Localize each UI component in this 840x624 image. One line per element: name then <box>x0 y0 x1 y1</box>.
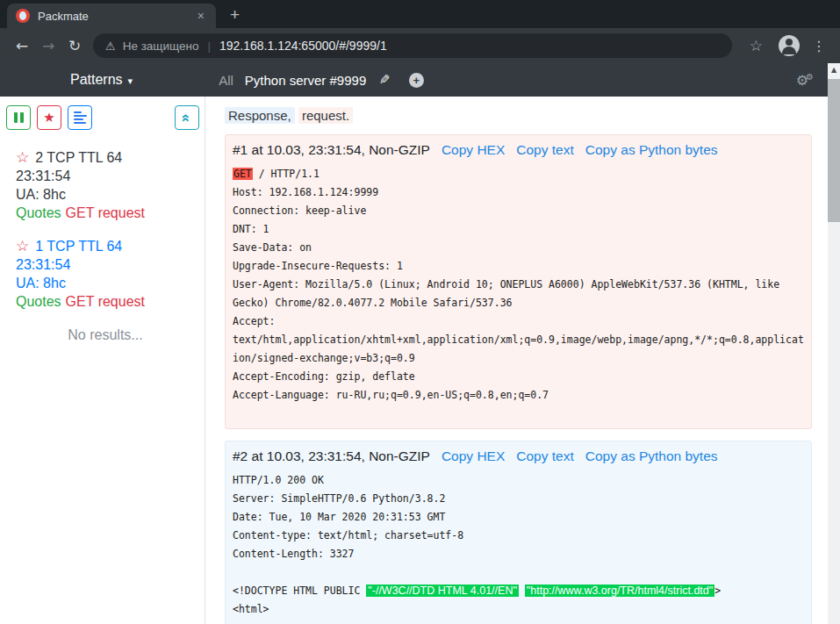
align-left-icon <box>74 110 87 126</box>
packet-meta: #1 at 10.03, 23:31:54, Non-GZIP <box>233 142 430 158</box>
scrollbar[interactable]: ▲ <box>828 63 840 624</box>
scrollbar-thumb[interactable] <box>828 79 840 222</box>
edit-pencil-icon[interactable]: ✎ <box>379 72 391 88</box>
legend-word-response: Response, <box>225 107 295 124</box>
pattern-tab-all[interactable]: All <box>219 73 233 88</box>
packet-list: #1 at 10.03, 23:31:54, Non-GZIPCopy HEXC… <box>225 134 812 624</box>
reload-icon[interactable]: ↻ <box>61 37 88 54</box>
stream-ua: UA: 8hc <box>16 185 205 204</box>
tab-title: Packmate <box>38 10 195 23</box>
stream-title: 1 TCP TTL 64 <box>35 239 122 254</box>
stream-ua: UA: 8hc <box>16 274 205 292</box>
stream-tag: GET request <box>66 205 145 220</box>
address-bar[interactable]: ⚠ Не защищено | 192.168.1.124:65000/#/99… <box>93 33 732 58</box>
browser-tabstrip: Packmate × + <box>0 0 840 28</box>
copy-action-link[interactable]: Copy as Python bytes <box>585 448 718 464</box>
packet-header: #2 at 10.03, 23:31:54, Non-GZIPCopy HEXC… <box>233 448 804 464</box>
favorite-star-icon[interactable]: ☆ <box>16 148 29 166</box>
patterns-dropdown[interactable]: Patterns▾ <box>70 72 133 88</box>
warning-triangle-icon: ⚠ <box>105 39 116 53</box>
stream-tag: Quotes <box>16 205 61 220</box>
pause-icon <box>14 112 24 123</box>
collapse-sidebar-button[interactable]: « <box>175 105 199 130</box>
packet-view: Response, request. #1 at 10.03, 23:31:54… <box>205 97 828 624</box>
stream-tag: GET request <box>66 294 145 309</box>
copy-action-link[interactable]: Copy HEX <box>442 142 505 158</box>
back-icon[interactable]: ← <box>9 37 35 54</box>
pattern-match: "-//W3C//DTD HTML 4.01//EN" <box>366 585 519 597</box>
pause-button[interactable] <box>6 105 31 130</box>
pattern-match: "http://www.w3.org/TR/html4/strict.dtd" <box>525 585 714 597</box>
packet-meta: #2 at 10.03, 23:31:54, Non-GZIP <box>233 448 430 464</box>
sidebar-toolbar: ★ « <box>6 105 205 130</box>
favorite-star-icon[interactable]: ☆ <box>16 237 29 255</box>
stream-item[interactable]: ☆2 TCP TTL 6423:31:54UA: 8hcQuotesGET re… <box>16 148 205 222</box>
patterns-filter-button[interactable] <box>68 105 92 130</box>
copy-action-link[interactable]: Copy as Python bytes <box>585 142 718 158</box>
chevron-down-icon: ▾ <box>128 75 133 87</box>
legend-word-request: request. <box>298 107 353 124</box>
browser-toolbar: ← → ↻ ⚠ Не защищено | 192.168.1.124:6500… <box>0 28 840 63</box>
stream-time: 23:31:54 <box>16 167 205 185</box>
packet-body: GET / HTTP/1.1 Host: 192.168.1.124:9999 … <box>233 165 804 405</box>
patterns-label: Patterns <box>70 72 123 87</box>
pattern-tab-active[interactable]: Python server #9999 <box>245 73 366 88</box>
browser-tab[interactable]: Packmate × <box>7 4 216 28</box>
settings-gears-icon[interactable]: ⚙⚙ <box>796 72 814 89</box>
copy-action-link[interactable]: Copy text <box>516 142 573 158</box>
stream-title: 2 TCP TTL 64 <box>35 150 122 165</box>
direction-legend: Response, request. <box>225 108 812 123</box>
stream-list: ☆2 TCP TTL 6423:31:54UA: 8hcQuotesGET re… <box>6 148 205 311</box>
url-text: 192.168.1.124:65000/#/9999/1 <box>219 39 387 53</box>
double-chevron-up-icon: « <box>180 113 195 121</box>
streams-sidebar: ★ « ☆2 TCP TTL 6423:31:54UA: 8hcQuotesGE… <box>0 97 205 624</box>
security-label: Не защищено <box>123 39 199 53</box>
new-tab-button[interactable]: + <box>230 5 240 25</box>
no-results-label: No results... <box>6 327 205 343</box>
packet-body: HTTP/1.0 200 OK Server: SimpleHTTP/0.6 P… <box>233 471 804 619</box>
favorites-button[interactable]: ★ <box>37 105 61 130</box>
packet-header: #1 at 10.03, 23:31:54, Non-GZIPCopy HEXC… <box>233 142 804 158</box>
pattern-match: GET <box>233 168 253 180</box>
menu-dots-icon[interactable]: ⋮ <box>812 38 826 54</box>
star-icon: ★ <box>43 110 54 126</box>
tab-close-icon[interactable]: × <box>195 9 207 23</box>
profile-avatar-icon[interactable] <box>779 35 800 56</box>
url-separator: | <box>207 39 211 53</box>
copy-action-link[interactable]: Copy HEX <box>442 448 505 464</box>
forward-icon[interactable]: → <box>35 37 61 54</box>
bookmark-star-icon[interactable]: ☆ <box>750 37 763 54</box>
packet-card: #2 at 10.03, 23:31:54, Non-GZIPCopy HEXC… <box>225 441 812 624</box>
stream-time: 23:31:54 <box>16 255 205 274</box>
packmate-favicon-icon <box>16 9 30 23</box>
add-pattern-button[interactable]: + <box>409 73 424 88</box>
packet-card: #1 at 10.03, 23:31:54, Non-GZIPCopy HEXC… <box>225 134 812 429</box>
copy-action-link[interactable]: Copy text <box>516 448 573 464</box>
app-header: Patterns▾ All Python server #9999 ✎ + ⚙⚙ <box>0 63 828 97</box>
stream-tag: Quotes <box>16 294 61 309</box>
stream-item[interactable]: ☆1 TCP TTL 6423:31:54UA: 8hcQuotesGET re… <box>16 237 205 311</box>
scroll-up-button[interactable]: ▲ <box>828 63 840 77</box>
